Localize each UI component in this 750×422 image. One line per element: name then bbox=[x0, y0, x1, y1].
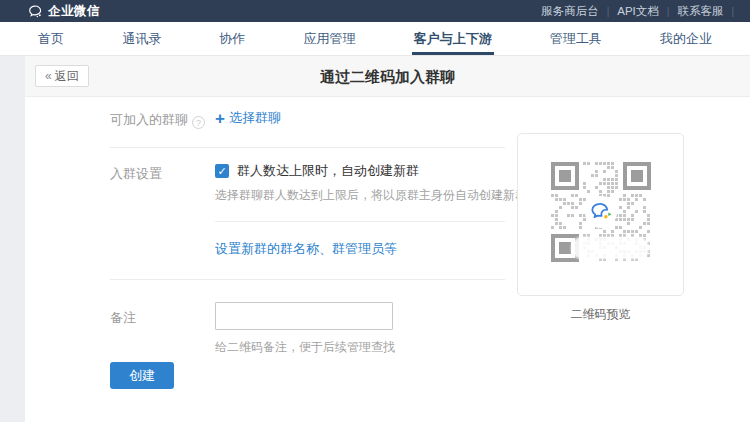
provider-console-link[interactable]: 服务商后台 bbox=[541, 4, 599, 19]
auto-create-group-option: ✓ 群人数达上限时，自动创建新群 bbox=[215, 162, 419, 180]
remark-input[interactable] bbox=[215, 302, 393, 330]
separator: | bbox=[731, 6, 734, 17]
page: 企业微信 服务商后台 | API文档 | 联系客服 | 首页 通讯录 协作 应用… bbox=[0, 0, 750, 422]
section-divider bbox=[110, 279, 505, 280]
nav-item-app-management[interactable]: 应用管理 bbox=[303, 22, 355, 55]
auto-create-checkbox-label: 群人数达上限时，自动创建新群 bbox=[237, 162, 419, 180]
select-group-link-label: 选择群聊 bbox=[229, 110, 281, 125]
info-icon[interactable]: ? bbox=[192, 116, 205, 129]
nav-item-contacts[interactable]: 通讯录 bbox=[122, 22, 161, 55]
nav-item-customers[interactable]: 客户与上下游 bbox=[414, 22, 492, 55]
page-title: 通过二维码加入群聊 bbox=[25, 56, 750, 97]
select-group-link[interactable]: +选择群聊 bbox=[215, 109, 281, 127]
nav-item-home[interactable]: 首页 bbox=[38, 22, 64, 55]
plus-icon: + bbox=[215, 112, 225, 125]
nav-item-my-company[interactable]: 我的企业 bbox=[660, 22, 712, 55]
inner-divider bbox=[215, 221, 505, 222]
nav-item-admin-tools[interactable]: 管理工具 bbox=[550, 22, 602, 55]
section-divider bbox=[110, 147, 505, 148]
create-button[interactable]: 创建 bbox=[110, 362, 174, 389]
separator: | bbox=[667, 6, 670, 17]
wework-logo-icon bbox=[585, 196, 617, 228]
brand-label: 企业微信 bbox=[48, 3, 100, 20]
separator: | bbox=[607, 6, 610, 17]
remark-label: 备注 bbox=[110, 309, 136, 327]
remark-helper-text: 给二维码备注，便于后续管理查找 bbox=[215, 339, 395, 356]
brand[interactable]: 企业微信 bbox=[28, 3, 100, 20]
new-group-settings-link[interactable]: 设置新群的群名称、群管理员等 bbox=[215, 240, 397, 258]
nav-item-collaboration[interactable]: 协作 bbox=[219, 22, 245, 55]
joinable-group-label-text: 可加入的群聊 bbox=[110, 112, 188, 127]
content-card: « 返回 通过二维码加入群聊 可加入的群聊? +选择群聊 入群设置 ✓ 群人数达… bbox=[25, 56, 750, 422]
wework-bubble-icon bbox=[28, 4, 43, 19]
qr-caption: 二维码预览 bbox=[517, 306, 684, 323]
qr-preview-box bbox=[517, 133, 684, 296]
qr-privacy-blur bbox=[571, 237, 649, 259]
main-nav: 首页 通讯录 协作 应用管理 客户与上下游 管理工具 我的企业 bbox=[0, 22, 750, 56]
topbar-links: 服务商后台 | API文档 | 联系客服 | bbox=[541, 4, 742, 19]
auto-create-helper-text: 选择群聊群人数达到上限后，将以原群主身份自动创建新群 bbox=[215, 187, 527, 204]
joinable-group-label: 可加入的群聊? bbox=[110, 111, 205, 129]
join-settings-label: 入群设置 bbox=[110, 165, 162, 183]
auto-create-checkbox[interactable]: ✓ bbox=[215, 164, 229, 178]
topbar: 企业微信 服务商后台 | API文档 | 联系客服 | bbox=[0, 0, 750, 22]
api-docs-link[interactable]: API文档 bbox=[617, 4, 659, 19]
contact-support-link[interactable]: 联系客服 bbox=[677, 4, 723, 19]
